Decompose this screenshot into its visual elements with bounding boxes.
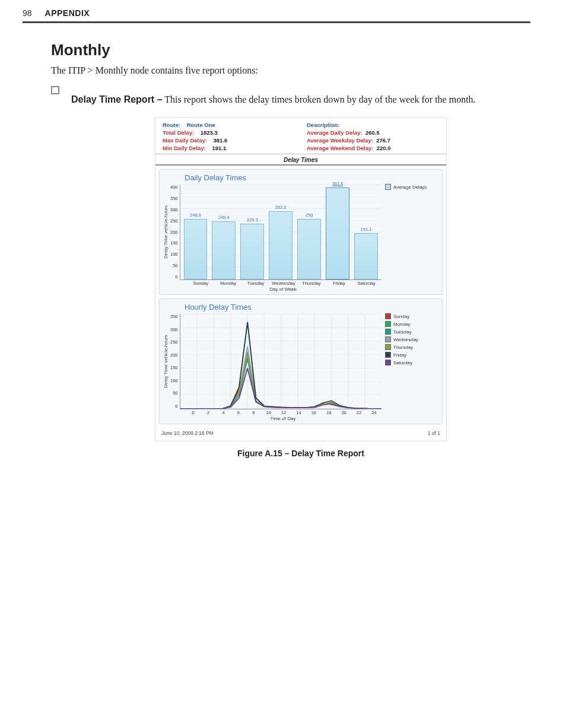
bar-saturday: 191.1 bbox=[354, 233, 378, 279]
avg-daily-label: Average Daily Delay: bbox=[307, 129, 363, 136]
bar-friday: 381.6 bbox=[326, 187, 349, 279]
bar-tuesday: 229.3 bbox=[240, 224, 264, 279]
total-delay-value: 1823.3 bbox=[201, 129, 224, 136]
report-screenshot: Route: Route One Total Delay: 1823.3 Max… bbox=[155, 117, 447, 441]
max-delay-label: Max Daily Delay: bbox=[163, 137, 207, 144]
hourly-legend: SundayMondayTuesdayWednesdayThursdayFrid… bbox=[381, 303, 438, 421]
bar-thursday: 250 bbox=[297, 219, 321, 279]
daily-chart: Daily Delay Times Delay Time vehicle-hou… bbox=[159, 169, 443, 295]
section-intro: The ITIP > Monthly node contains five re… bbox=[51, 65, 530, 76]
bullet-rest: This report shows the delay times broken… bbox=[163, 94, 476, 104]
daily-x-ticks: SundayMondayTuesdayWednesdayThursdayFrid… bbox=[186, 279, 381, 286]
daily-bars: 248.8240.4229.3282.2250381.6191.1 bbox=[180, 185, 381, 279]
route-value: Route One bbox=[187, 122, 215, 128]
daily-y-ticks: 400350300250200150100500 bbox=[168, 185, 180, 279]
daily-y-axis-label: Delay Time vehicle-hours bbox=[163, 185, 168, 279]
hourly-x-ticks: 024681012141618202224 bbox=[186, 409, 381, 415]
section-heading: Monthly bbox=[51, 41, 530, 59]
bar-monday: 240.4 bbox=[212, 221, 236, 279]
hourly-chart: Hourly Delay Times Delay Time vehicle-ho… bbox=[159, 298, 443, 424]
figure-caption: Figure A.15 – Delay Time Report bbox=[155, 449, 446, 458]
bar-sunday: 248.8 bbox=[184, 219, 208, 279]
daily-x-axis-label: Day of Week bbox=[185, 287, 381, 292]
report-page-indicator: 1 of 1 bbox=[428, 430, 440, 436]
hourly-y-axis-label: Delay Time vehicle-hours bbox=[163, 314, 168, 409]
description-label: Description: bbox=[307, 122, 339, 128]
route-label: Route: bbox=[163, 122, 180, 128]
hourly-y-ticks: 350300250200150100500 bbox=[168, 314, 180, 409]
page-number: 98 bbox=[23, 8, 32, 18]
avg-weekday-label: Average Weekday Delay: bbox=[307, 137, 373, 144]
appendix-label: APPENDIX bbox=[45, 8, 90, 18]
bullet-lead: Delay Time Report – bbox=[71, 94, 163, 104]
report-subtitle: Delay Times bbox=[155, 154, 446, 166]
hourly-chart-title: Hourly Delay Times bbox=[185, 303, 381, 311]
list-item: Delay Time Report – This report shows th… bbox=[51, 83, 530, 458]
avg-weekend-value: 220.0 bbox=[377, 145, 391, 151]
max-delay-value: 381.6 bbox=[214, 137, 237, 144]
header-divider bbox=[23, 21, 530, 23]
hourly-lines bbox=[180, 314, 381, 409]
total-delay-label: Total Delay: bbox=[163, 129, 194, 136]
daily-chart-title: Daily Delay Times bbox=[185, 173, 381, 182]
report-timestamp: June 10, 2009 2:16 PM bbox=[161, 430, 214, 436]
avg-weekend-label: Average Weekend Delay: bbox=[307, 145, 373, 151]
avg-daily-value: 260.5 bbox=[365, 129, 380, 136]
min-delay-label: Min Daily Delay: bbox=[163, 145, 206, 151]
bullet-text: Delay Time Report – This report shows th… bbox=[71, 93, 530, 107]
hourly-x-axis-label: Time of Day bbox=[185, 416, 381, 421]
bar-wednesday: 282.2 bbox=[269, 211, 292, 279]
avg-weekday-value: 276.7 bbox=[376, 137, 390, 144]
min-delay-value: 191.1 bbox=[212, 145, 236, 151]
daily-legend: Average Delays bbox=[381, 173, 438, 292]
bullet-icon bbox=[51, 86, 59, 94]
